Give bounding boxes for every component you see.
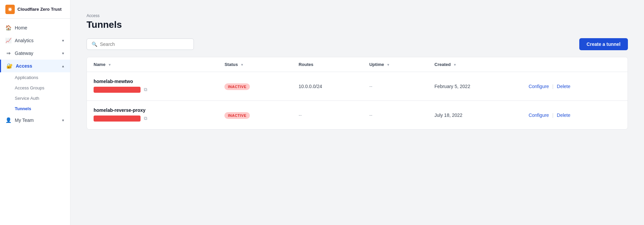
tunnel-uptime-cell-2: -- (363, 101, 428, 130)
sidebar-service-auth-label: Service Auth (15, 96, 39, 101)
sidebar-gateway-label: Gateway (15, 51, 33, 56)
main-content: Access Tunnels 🔍 Create a tunnel Name ▼ … (70, 0, 644, 225)
sidebar-item-access-groups[interactable]: Access Groups (0, 83, 70, 93)
search-box[interactable]: 🔍 (87, 39, 194, 50)
sidebar-item-access[interactable]: 🔐 Access ▲ (0, 60, 70, 72)
brand-logo: Cloudflare Zero Trust (0, 0, 70, 19)
access-icon: 🔐 (6, 63, 12, 69)
breadcrumb: Access (87, 13, 628, 18)
team-icon: 👤 (5, 117, 11, 123)
sidebar-item-gateway[interactable]: ⇒ Gateway ▼ (0, 47, 70, 60)
page-title: Tunnels (87, 19, 628, 30)
tunnel-created-cell-1: February 5, 2022 (428, 72, 522, 101)
tunnel-name-cell-2: homelab-reverse-proxy ⧉ (87, 101, 218, 130)
create-tunnel-button[interactable]: Create a tunnel (579, 38, 628, 50)
cloudflare-logo-icon (5, 5, 15, 14)
sidebar-my-team-label: My Team (15, 118, 34, 123)
col-created[interactable]: Created ▼ (428, 57, 522, 72)
copy-icon-2[interactable]: ⧉ (143, 114, 149, 123)
tunnel-routes-cell-1: 10.0.0.0/24 (292, 72, 363, 101)
sidebar-item-service-auth[interactable]: Service Auth (0, 93, 70, 103)
tunnel-name-cell: homelab-mewtwo ⧉ (87, 72, 218, 101)
sort-arrow-uptime: ▼ (387, 63, 390, 67)
toolbar: 🔍 Create a tunnel (87, 38, 628, 50)
sidebar-item-analytics[interactable]: 📈 Analytics ▼ (0, 34, 70, 47)
tunnel-name-2: homelab-reverse-proxy (94, 107, 211, 113)
tunnel-actions-cell-2: Configure | Delete (522, 101, 628, 130)
tunnel-id-2: ⧉ (94, 114, 211, 123)
chevron-down-icon: ▼ (61, 39, 65, 43)
sort-arrow-created: ▼ (453, 63, 457, 67)
sidebar-applications-label: Applications (15, 75, 38, 80)
action-separator-2: | (552, 112, 554, 118)
chevron-down-icon-team: ▼ (61, 119, 65, 122)
home-icon: 🏠 (5, 25, 11, 31)
configure-button-2[interactable]: Configure (529, 112, 549, 118)
status-badge-2: INACTIVE (224, 112, 250, 119)
tunnel-status-cell-2: INACTIVE (218, 101, 292, 130)
sort-arrow-status: ▼ (240, 63, 244, 67)
action-separator-1: | (552, 84, 554, 89)
gateway-icon: ⇒ (5, 50, 11, 56)
sidebar-analytics-label: Analytics (15, 38, 34, 43)
redacted-id-2 (94, 116, 141, 122)
tunnel-uptime-cell-1: -- (363, 72, 428, 101)
sidebar-item-applications[interactable]: Applications (0, 72, 70, 83)
tunnel-name-1: homelab-mewtwo (94, 79, 211, 84)
delete-button-2[interactable]: Delete (557, 112, 570, 118)
sidebar: Cloudflare Zero Trust 🏠 Home 📈 Analytics… (0, 0, 70, 225)
table-row: homelab-mewtwo ⧉ INACTIVE 10.0.0.0/24 -- (87, 72, 628, 101)
analytics-icon: 📈 (5, 38, 11, 44)
sidebar-tunnels-label: Tunnels (15, 106, 31, 111)
tunnel-actions-cell-1: Configure | Delete (522, 72, 628, 101)
col-name[interactable]: Name ▼ (87, 57, 218, 72)
sidebar-item-tunnels[interactable]: Tunnels (0, 103, 70, 114)
sort-arrow-name: ▼ (108, 63, 111, 67)
tunnel-routes-cell-2: -- (292, 101, 363, 130)
col-status[interactable]: Status ▼ (218, 57, 292, 72)
search-input[interactable] (100, 42, 189, 47)
sidebar-access-label: Access (16, 63, 32, 69)
configure-button-1[interactable]: Configure (529, 84, 549, 89)
col-uptime[interactable]: Uptime ▼ (363, 57, 428, 72)
tunnel-status-cell-1: INACTIVE (218, 72, 292, 101)
sidebar-home-label: Home (15, 25, 27, 30)
chevron-up-icon: ▲ (61, 64, 65, 68)
col-actions (522, 57, 628, 72)
tunnel-id-1: ⧉ (94, 85, 211, 94)
status-badge-1: INACTIVE (224, 83, 250, 90)
chevron-down-icon-gateway: ▼ (61, 52, 65, 55)
tunnels-table: Name ▼ Status ▼ Routes Uptime ▼ (87, 57, 628, 130)
tunnel-created-cell-2: July 18, 2022 (428, 101, 522, 130)
sidebar-nav: 🏠 Home 📈 Analytics ▼ ⇒ Gateway ▼ 🔐 Acces… (0, 19, 70, 225)
sidebar-access-groups-label: Access Groups (15, 85, 44, 90)
col-routes: Routes (292, 57, 363, 72)
table-header-row: Name ▼ Status ▼ Routes Uptime ▼ (87, 57, 628, 72)
search-icon: 🔍 (92, 42, 97, 47)
redacted-id-1 (94, 87, 141, 93)
table-row: homelab-reverse-proxy ⧉ INACTIVE -- -- (87, 101, 628, 130)
delete-button-1[interactable]: Delete (557, 84, 570, 89)
copy-icon-1[interactable]: ⧉ (143, 85, 149, 94)
sidebar-item-my-team[interactable]: 👤 My Team ▼ (0, 114, 70, 127)
brand-name: Cloudflare Zero Trust (17, 7, 61, 12)
sidebar-item-home[interactable]: 🏠 Home (0, 21, 70, 34)
